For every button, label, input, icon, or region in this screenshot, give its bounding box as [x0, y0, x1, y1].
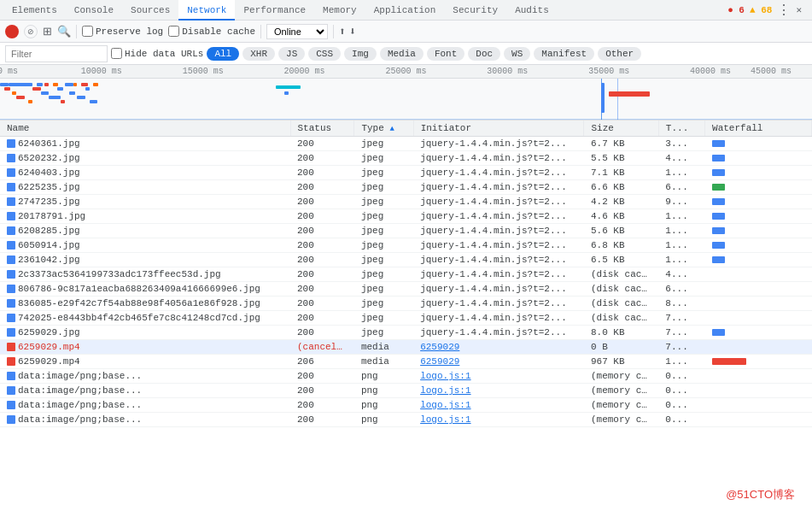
initiator-link[interactable]: logo.js:1 [420, 385, 470, 396]
filter-tag-all[interactable]: All [207, 47, 239, 61]
col-status[interactable]: Status [290, 120, 354, 137]
filter-tag-manifest[interactable]: Manifest [534, 47, 594, 61]
tick-6: 35000 ms [588, 67, 629, 76]
filter-button[interactable]: ⊞ [43, 25, 52, 38]
tab-sources[interactable]: Sources [122, 0, 178, 21]
row-type: jpeg [354, 137, 413, 151]
export-icon[interactable]: ⬇ [349, 25, 356, 38]
tab-performance[interactable]: Performance [235, 0, 314, 21]
tab-application[interactable]: Application [365, 0, 445, 21]
hide-data-urls-checkbox[interactable]: Hide data URLs [111, 48, 203, 59]
table-row[interactable]: 6259029.mp4206media6259029967 KB1... [0, 355, 812, 369]
waterfall-bar [712, 140, 725, 147]
col-type[interactable]: Type ▲ [354, 120, 413, 137]
waterfall-bar [712, 256, 725, 263]
col-time[interactable]: T... [658, 120, 704, 137]
tab-elements[interactable]: Elements [3, 0, 66, 21]
clear-button[interactable]: ⊘ [24, 25, 38, 38]
row-waterfall [705, 166, 812, 180]
initiator-link[interactable]: logo.js:1 [420, 400, 470, 410]
table-row[interactable]: 2361042.jpg200jpegjquery-1.4.4.min.js?t=… [0, 253, 812, 267]
tab-console[interactable]: Console [66, 0, 122, 21]
col-name[interactable]: Name [0, 120, 290, 137]
row-initiator: jquery-1.4.4.min.js?t=2... [413, 238, 584, 253]
disable-cache-checkbox[interactable]: Disable cache [168, 26, 255, 37]
close-icon[interactable]: ✕ [796, 4, 802, 15]
filter-tag-xhr[interactable]: XHR [242, 47, 275, 61]
table-row[interactable]: 6225235.jpg200jpegjquery-1.4.4.min.js?t=… [0, 180, 812, 195]
table-row[interactable]: 20178791.jpg200jpegjquery-1.4.4.min.js?t… [0, 209, 812, 224]
table-row[interactable]: 6259029.jpg200jpegjquery-1.4.4.min.js?t=… [0, 326, 812, 340]
table-row[interactable]: data:image/png;base...200pnglogo.js:1(me… [0, 413, 812, 427]
filter-tag-media[interactable]: Media [380, 47, 424, 61]
filter-bar: Hide data URLs All XHR JS CSS Img Media … [0, 43, 812, 65]
waterfall-bar [712, 242, 725, 249]
table-row[interactable]: 6240403.jpg200jpegjquery-1.4.4.min.js?t=… [0, 166, 812, 180]
table-row[interactable]: 6050914.jpg200jpegjquery-1.4.4.min.js?t=… [0, 238, 812, 253]
waterfall-bar [712, 184, 725, 191]
preserve-log-input[interactable] [82, 26, 93, 37]
row-status: 200 [290, 398, 354, 413]
row-initiator: logo.js:1 [413, 369, 584, 384]
row-name-text: 20178791.jpg [18, 211, 85, 221]
filter-tag-img[interactable]: Img [344, 47, 377, 61]
filter-tag-other[interactable]: Other [598, 47, 641, 61]
import-icon[interactable]: ⬆ [339, 25, 346, 38]
col-waterfall[interactable]: Waterfall [705, 120, 812, 137]
filter-tag-doc[interactable]: Doc [468, 47, 500, 61]
initiator-link[interactable]: 6259029 [420, 342, 459, 352]
row-initiator: 6259029 [413, 340, 584, 355]
row-name-text: 742025-e8443bb4f42cb465fe7c8c41248cd7cd.… [18, 313, 260, 323]
tab-security[interactable]: Security [444, 0, 506, 21]
filter-tags: All XHR JS CSS Img Media Font Doc WS Man… [207, 47, 641, 61]
filter-tag-font[interactable]: Font [427, 47, 464, 61]
row-type: jpeg [354, 180, 413, 195]
table-row[interactable]: data:image/png;base...200pnglogo.js:1(me… [0, 384, 812, 398]
col-size[interactable]: Size [584, 120, 658, 137]
row-initiator: jquery-1.4.4.min.js?t=2... [413, 137, 584, 151]
throttle-select[interactable]: Online Fast 3G Slow 3G Offline [266, 24, 328, 39]
table-row[interactable]: data:image/png;base...200pnglogo.js:1(me… [0, 398, 812, 413]
import-export-icons: ⬆ ⬇ [339, 25, 356, 38]
initiator-link[interactable]: 6259029 [420, 356, 459, 367]
table-row[interactable]: 806786-9c817a1eacba688263409a41666699e6.… [0, 282, 812, 297]
table-row[interactable]: 6259029.mp4(canceled)media62590290 B7... [0, 340, 812, 355]
row-name: 836085-e29f42c7f54ab88e98f4056a1e86f928.… [0, 297, 290, 311]
table-row[interactable]: 6520232.jpg200jpegjquery-1.4.4.min.js?t=… [0, 151, 812, 166]
row-name-text: 6050914.jpg [18, 240, 80, 250]
row-initiator: jquery-1.4.4.min.js?t=2... [413, 151, 584, 166]
img-icon [7, 401, 15, 409]
table-row[interactable]: 6208285.jpg200jpegjquery-1.4.4.min.js?t=… [0, 224, 812, 238]
table-row[interactable]: 742025-e8443bb4f42cb465fe7c8c41248cd7cd.… [0, 311, 812, 326]
initiator-link[interactable]: logo.js:1 [420, 371, 470, 381]
record-button[interactable] [5, 25, 19, 38]
initiator-link[interactable]: logo.js:1 [420, 414, 470, 425]
hide-data-urls-input[interactable] [111, 48, 122, 59]
search-button[interactable]: 🔍 [57, 25, 71, 38]
table-row[interactable]: 2747235.jpg200jpegjquery-1.4.4.min.js?t=… [0, 195, 812, 209]
tab-network[interactable]: Network [178, 0, 235, 21]
filter-input[interactable] [5, 45, 108, 62]
row-status: 200 [290, 151, 354, 166]
watermark: @51CTO博客 [726, 487, 795, 502]
tab-memory[interactable]: Memory [314, 0, 365, 21]
row-name: 742025-e8443bb4f42cb465fe7c8c41248cd7cd.… [0, 311, 290, 326]
filter-tag-css[interactable]: CSS [308, 47, 341, 61]
row-name: data:image/png;base... [0, 413, 290, 427]
disable-cache-input[interactable] [168, 26, 179, 37]
col-initiator[interactable]: Initiator [413, 120, 584, 137]
timeline[interactable]: 5000 ms 10000 ms 15000 ms 20000 ms 25000… [0, 65, 812, 120]
row-size: 6.7 KB [584, 137, 658, 151]
filter-tag-js[interactable]: JS [278, 47, 305, 61]
filter-tag-ws[interactable]: WS [504, 47, 530, 61]
preserve-log-checkbox[interactable]: Preserve log [82, 26, 163, 37]
table-row[interactable]: 2c3373ac5364199733adc173ffeec53d.jpg200j… [0, 267, 812, 282]
more-options-icon[interactable]: ⋮ [777, 2, 791, 19]
row-waterfall [705, 238, 812, 253]
tab-audits[interactable]: Audits [506, 0, 558, 21]
table-row[interactable]: data:image/png;base...200pnglogo.js:1(me… [0, 369, 812, 384]
tick-4: 25000 ms [385, 67, 426, 76]
row-initiator: jquery-1.4.4.min.js?t=2... [413, 297, 584, 311]
table-row[interactable]: 836085-e29f42c7f54ab88e98f4056a1e86f928.… [0, 297, 812, 311]
table-row[interactable]: 6240361.jpg200jpegjquery-1.4.4.min.js?t=… [0, 137, 812, 151]
